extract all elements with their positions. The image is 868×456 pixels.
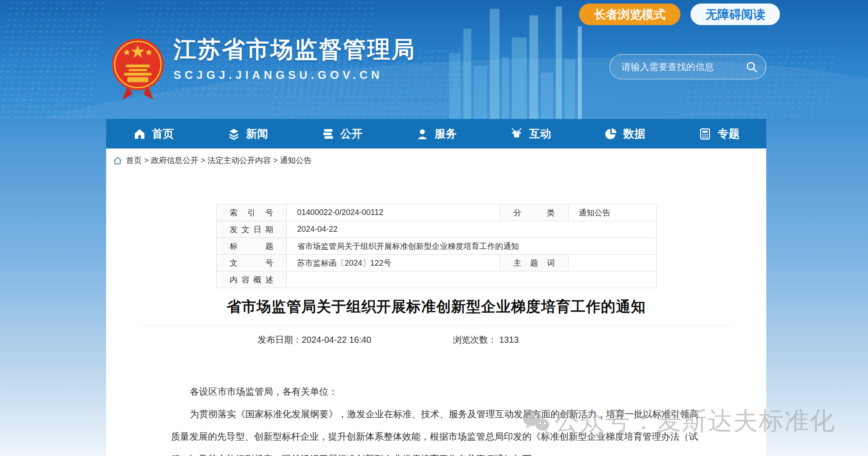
table-row: 发文日期 2024-04-22	[216, 221, 656, 238]
publish-date-label: 发布日期：	[258, 335, 302, 345]
index-number-label: 索引号	[216, 204, 287, 221]
books-icon	[321, 128, 335, 140]
national-emblem	[110, 37, 166, 103]
calculator-icon	[698, 128, 712, 140]
document-info-table: 索引号 01400022-0/2024-00112 分类 通知公告 发文日期 2…	[216, 204, 657, 288]
pie-chart-icon	[604, 128, 617, 140]
view-count-label: 浏览次数：	[453, 335, 497, 345]
breadcrumb-separator: >	[201, 156, 206, 165]
breadcrumb-item-home[interactable]: 首页	[126, 155, 142, 166]
site-brand: 江苏省市场监督管理局 SCJGJ.JIANGSU.GOV.CN	[110, 37, 416, 103]
nav-label: 专题	[717, 126, 739, 141]
nav-label: 公开	[340, 126, 362, 141]
hex-pattern-decoration	[0, 0, 110, 119]
nav-item-interaction[interactable]: 互动	[484, 119, 578, 148]
paragraph: 为贯彻落实《国家标准化发展纲要》，激发企业在标准、技术、服务及管理互动发展方面的…	[171, 403, 702, 456]
nav-label: 服务	[435, 126, 457, 141]
title-value: 省市场监管局关于组织开展标准创新型企业梯度培育工作的通知	[287, 238, 656, 255]
subject-words-value	[568, 255, 656, 271]
breadcrumb-item-notices[interactable]: 通知公告	[280, 155, 312, 166]
view-count-value: 1313	[499, 335, 519, 345]
table-row: 标题 省市场监管局关于组织开展标准创新型企业梯度培育工作的通知	[216, 238, 656, 255]
title-label: 标题	[216, 238, 287, 255]
nav-label: 新闻	[246, 126, 268, 141]
view-count: 浏览次数： 1313	[453, 334, 519, 346]
content-summary-value	[287, 271, 656, 288]
nav-item-news[interactable]: 新闻	[200, 119, 295, 148]
nav-item-home[interactable]: 首页	[106, 119, 200, 148]
publish-date: 发布日期：2024-04-22 16:40	[258, 334, 371, 346]
nav-item-services[interactable]: 服务	[389, 119, 483, 148]
site-search	[609, 54, 766, 79]
site-title: 江苏省市场监督管理局	[174, 37, 416, 62]
table-row: 内容概述	[216, 271, 656, 288]
article-meta: 发布日期：2024-04-22 16:40 浏览次数： 1313	[106, 334, 766, 346]
layers-icon	[227, 128, 240, 140]
accessibility-reading-button[interactable]: 无障碍阅读	[691, 4, 780, 25]
issue-date-value: 2024-04-22	[287, 221, 656, 238]
breadcrumb: 首页 > 政府信息公开 > 法定主动公开内容 > 通知公告	[106, 148, 766, 166]
paragraph: 各设区市市场监管局，各有关单位：	[171, 380, 702, 403]
nav-item-special-topics[interactable]: 专题	[672, 119, 766, 148]
breadcrumb-home-icon	[113, 156, 122, 165]
site-header: 长者浏览模式 无障碍阅读 江苏省市场监督管理局 SCJGJ.JIANGSU.GO…	[0, 0, 868, 119]
header-quick-buttons: 长者浏览模式 无障碍阅读	[579, 4, 780, 25]
subject-words-label: 主题词	[500, 255, 568, 271]
breadcrumb-item-gov-info[interactable]: 政府信息公开	[151, 155, 199, 166]
nav-label: 数据	[623, 126, 645, 141]
search-input[interactable]	[621, 62, 746, 72]
issue-date-label: 发文日期	[216, 221, 287, 238]
index-number-value: 01400022-0/2024-00112	[287, 204, 500, 221]
breadcrumb-separator: >	[144, 156, 149, 165]
handshake-icon	[510, 128, 523, 140]
table-row: 文号 苏市监标函〔2024〕122号 主题词	[216, 255, 656, 271]
elder-mode-button[interactable]: 长者浏览模式	[579, 4, 680, 25]
category-label: 分类	[500, 204, 568, 221]
page: 长者浏览模式 无障碍阅读 江苏省市场监督管理局 SCJGJ.JIANGSU.GO…	[0, 0, 868, 456]
nav-item-data[interactable]: 数据	[578, 119, 672, 148]
publish-date-value: 2024-04-22 16:40	[302, 335, 371, 345]
category-value: 通知公告	[568, 204, 656, 221]
site-domain: SCJGJ.JIANGSU.GOV.CN	[174, 68, 416, 82]
nav-item-public-disclosure[interactable]: 公开	[295, 119, 389, 148]
breadcrumb-separator: >	[273, 156, 278, 165]
main-nav: 首页 新闻 公开 服务	[106, 119, 766, 148]
nav-label: 首页	[152, 126, 174, 141]
article-title: 省市场监管局关于组织开展标准创新型企业梯度培育工作的通知	[106, 297, 766, 317]
content-summary-label: 内容概述	[216, 271, 287, 288]
table-row: 索引号 01400022-0/2024-00112 分类 通知公告	[216, 204, 656, 221]
doc-number-value: 苏市监标函〔2024〕122号	[287, 255, 500, 271]
person-icon	[416, 128, 429, 140]
doc-number-label: 文号	[216, 255, 287, 271]
breadcrumb-item-statutory-disclosure[interactable]: 法定主动公开内容	[207, 155, 271, 166]
title-divider	[141, 326, 731, 326]
nav-label: 互动	[529, 126, 551, 141]
search-button[interactable]	[746, 61, 758, 73]
article-body: 各设区市市场监管局，各有关单位： 为贯彻落实《国家标准化发展纲要》，激发企业在标…	[171, 380, 702, 456]
home-icon	[133, 128, 146, 140]
search-icon	[746, 61, 758, 73]
content-panel: 首页 > 政府信息公开 > 法定主动公开内容 > 通知公告 索引号 014000…	[106, 148, 766, 456]
